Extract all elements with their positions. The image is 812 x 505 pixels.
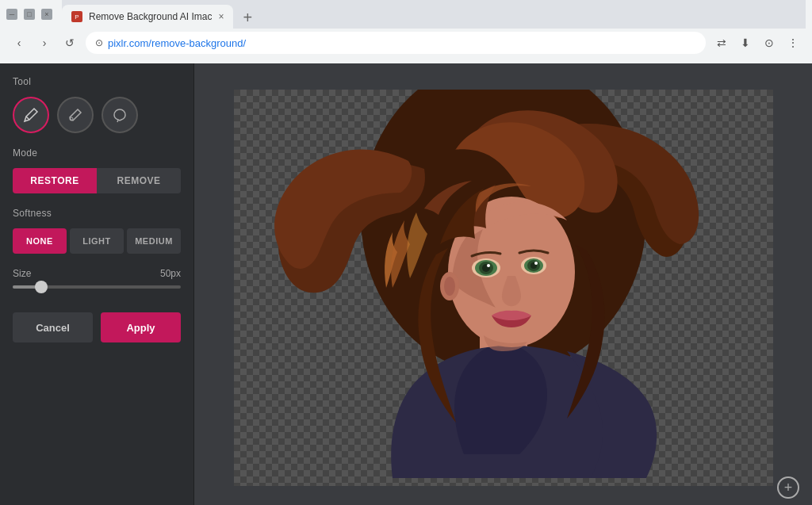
new-tab-button[interactable]: +	[236, 6, 259, 29]
left-panel: Tool	[0, 63, 194, 505]
brush-tool-button[interactable]	[13, 97, 49, 133]
softness-section-label: Softness	[13, 208, 181, 219]
url-text: pixlr.com/remove-background/	[108, 37, 696, 49]
app-container: Tool	[0, 63, 812, 505]
forward-button[interactable]: ›	[35, 33, 54, 52]
close-button[interactable]: ×	[41, 9, 52, 20]
maximize-button[interactable]: □	[24, 9, 35, 20]
tool-icons	[13, 97, 181, 133]
download-button[interactable]: ⬇	[736, 33, 755, 52]
size-header: Size 50px	[13, 268, 181, 279]
tab-title: Remove Background AI Imac	[89, 11, 212, 22]
mode-section-label: Mode	[13, 147, 181, 159]
softness-buttons: NONE LIGHT MEDIUM	[13, 228, 181, 254]
tab-bar: P Remove Background AI Imac × +	[62, 0, 806, 29]
remove-mode-button[interactable]: REMOVE	[97, 168, 181, 193]
mode-buttons: RESTORE REMOVE	[13, 168, 181, 193]
window-controls: ─ □ ×	[6, 9, 52, 20]
browser-actions: ⇄ ⬇ ⊙ ⋮	[712, 33, 802, 52]
size-slider[interactable]	[13, 285, 181, 289]
zoom-in-button[interactable]: +	[777, 476, 799, 499]
cancel-button[interactable]: Cancel	[13, 312, 93, 342]
size-label: Size	[13, 268, 31, 279]
size-section: Size 50px	[13, 268, 181, 289]
reload-button[interactable]: ↺	[60, 33, 79, 52]
size-value: 50px	[160, 268, 181, 279]
back-button[interactable]: ‹	[10, 33, 29, 52]
apply-button[interactable]: Apply	[101, 312, 181, 342]
softness-light-button[interactable]: LIGHT	[70, 228, 124, 254]
title-bar: ─ □ × P Remove Background AI Imac × +	[0, 0, 812, 29]
svg-point-13	[534, 262, 538, 265]
svg-point-8	[487, 264, 490, 267]
tab-favicon: P	[71, 11, 82, 22]
tool-section-label: Tool	[13, 76, 181, 87]
image-canvas	[234, 90, 773, 486]
mode-section: Mode RESTORE REMOVE	[13, 147, 181, 193]
menu-button[interactable]: ⋮	[783, 33, 802, 52]
lasso-tool-button[interactable]	[102, 97, 138, 133]
softness-none-button[interactable]: NONE	[13, 228, 67, 254]
softness-medium-button[interactable]: MEDIUM	[127, 228, 181, 254]
translate-button[interactable]: ⇄	[712, 33, 731, 52]
url-bar[interactable]: ⊙ pixlr.com/remove-background/	[86, 32, 706, 54]
restore-mode-button[interactable]: RESTORE	[13, 168, 97, 193]
slider-track	[13, 285, 181, 289]
active-tab[interactable]: P Remove Background AI Imac ×	[62, 5, 233, 29]
pipette-tool-button[interactable]	[57, 97, 94, 133]
slider-thumb[interactable]	[35, 281, 48, 293]
softness-section: Softness NONE LIGHT MEDIUM	[13, 208, 181, 254]
profile-button[interactable]: ⊙	[760, 33, 779, 52]
tab-close-button[interactable]: ×	[218, 11, 224, 22]
svg-point-15	[444, 277, 455, 296]
tool-section: Tool	[13, 76, 181, 133]
action-buttons: Cancel Apply	[13, 312, 181, 342]
woman-image	[234, 90, 773, 486]
browser-chrome: ─ □ × P Remove Background AI Imac × + ‹ …	[0, 0, 812, 63]
minimize-button[interactable]: ─	[6, 9, 17, 20]
url-security-icon: ⊙	[95, 37, 103, 48]
address-bar: ‹ › ↺ ⊙ pixlr.com/remove-background/ ⇄ ⬇…	[0, 29, 812, 57]
canvas-area: +	[194, 63, 812, 505]
